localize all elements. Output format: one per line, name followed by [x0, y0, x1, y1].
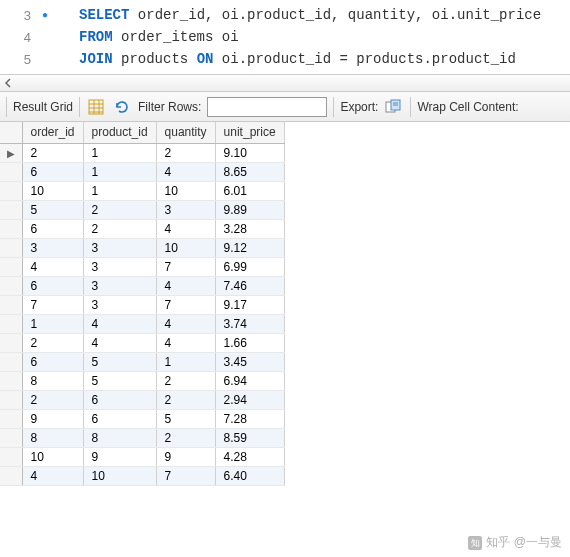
code-text[interactable]: JOIN products ON oi.product_id = product…: [55, 51, 516, 67]
cell[interactable]: 4: [22, 466, 83, 485]
row-indicator[interactable]: [0, 352, 22, 371]
row-indicator[interactable]: ▶: [0, 143, 22, 162]
row-indicator[interactable]: [0, 371, 22, 390]
row-indicator[interactable]: [0, 162, 22, 181]
row-indicator[interactable]: [0, 466, 22, 485]
table-row[interactable]: 41076.40: [0, 466, 284, 485]
cell[interactable]: 4: [83, 314, 156, 333]
cell[interactable]: 5: [83, 352, 156, 371]
cell[interactable]: 1.66: [215, 333, 284, 352]
cell[interactable]: 3.45: [215, 352, 284, 371]
column-header[interactable]: product_id: [83, 122, 156, 143]
cell[interactable]: 3: [83, 295, 156, 314]
cell[interactable]: 10: [22, 181, 83, 200]
row-indicator[interactable]: [0, 200, 22, 219]
cell[interactable]: 3: [83, 257, 156, 276]
cell[interactable]: 7: [156, 466, 215, 485]
cell[interactable]: 4.28: [215, 447, 284, 466]
cell[interactable]: 9.89: [215, 200, 284, 219]
cell[interactable]: 6: [83, 409, 156, 428]
sql-editor[interactable]: 3●SELECT order_id, oi.product_id, quanti…: [0, 0, 570, 74]
cell[interactable]: 2: [156, 390, 215, 409]
row-indicator[interactable]: [0, 276, 22, 295]
cell[interactable]: 4: [156, 333, 215, 352]
cell[interactable]: 4: [156, 219, 215, 238]
cell[interactable]: 7: [22, 295, 83, 314]
cell[interactable]: 9.17: [215, 295, 284, 314]
cell[interactable]: 6.94: [215, 371, 284, 390]
row-indicator[interactable]: [0, 409, 22, 428]
table-row[interactable]: ▶2129.10: [0, 143, 284, 162]
cell[interactable]: 8: [22, 371, 83, 390]
row-indicator[interactable]: [0, 447, 22, 466]
table-row[interactable]: 8526.94: [0, 371, 284, 390]
table-row[interactable]: 33109.12: [0, 238, 284, 257]
table-row[interactable]: 4376.99: [0, 257, 284, 276]
refresh-icon[interactable]: [112, 97, 132, 117]
cell[interactable]: 7.46: [215, 276, 284, 295]
cell[interactable]: 4: [156, 162, 215, 181]
cell[interactable]: 8: [22, 428, 83, 447]
cell[interactable]: 4: [83, 333, 156, 352]
cell[interactable]: 2: [156, 143, 215, 162]
cell[interactable]: 9: [83, 447, 156, 466]
table-row[interactable]: 6513.45: [0, 352, 284, 371]
editor-line[interactable]: 3●SELECT order_id, oi.product_id, quanti…: [0, 4, 570, 26]
cell[interactable]: 3: [156, 200, 215, 219]
cell[interactable]: 6.01: [215, 181, 284, 200]
table-row[interactable]: 8828.59: [0, 428, 284, 447]
cell[interactable]: 1: [22, 314, 83, 333]
cell[interactable]: 6: [22, 352, 83, 371]
cell[interactable]: 3: [83, 276, 156, 295]
table-row[interactable]: 1443.74: [0, 314, 284, 333]
cell[interactable]: 2: [83, 219, 156, 238]
cell[interactable]: 6.40: [215, 466, 284, 485]
cell[interactable]: 7: [156, 295, 215, 314]
cell[interactable]: 3: [22, 238, 83, 257]
cell[interactable]: 4: [156, 314, 215, 333]
cell[interactable]: 6: [22, 219, 83, 238]
cell[interactable]: 7: [156, 257, 215, 276]
table-row[interactable]: 2441.66: [0, 333, 284, 352]
row-indicator[interactable]: [0, 257, 22, 276]
table-row[interactable]: 6243.28: [0, 219, 284, 238]
cell[interactable]: 6: [22, 162, 83, 181]
cell[interactable]: 3.74: [215, 314, 284, 333]
column-header[interactable]: quantity: [156, 122, 215, 143]
editor-line[interactable]: 4FROM order_items oi: [0, 26, 570, 48]
cell[interactable]: 4: [156, 276, 215, 295]
cell[interactable]: 10: [83, 466, 156, 485]
cell[interactable]: 3: [83, 238, 156, 257]
cell[interactable]: 1: [83, 162, 156, 181]
cell[interactable]: 1: [156, 352, 215, 371]
table-row[interactable]: 2622.94: [0, 390, 284, 409]
cell[interactable]: 8.59: [215, 428, 284, 447]
cell[interactable]: 2: [22, 390, 83, 409]
cell[interactable]: 10: [156, 181, 215, 200]
cell[interactable]: 8.65: [215, 162, 284, 181]
table-row[interactable]: 6347.46: [0, 276, 284, 295]
row-indicator[interactable]: [0, 181, 22, 200]
cell[interactable]: 9: [156, 447, 215, 466]
cell[interactable]: 2: [156, 428, 215, 447]
editor-line[interactable]: 5JOIN products ON oi.product_id = produc…: [0, 48, 570, 70]
cell[interactable]: 7.28: [215, 409, 284, 428]
cell[interactable]: 2: [83, 200, 156, 219]
cell[interactable]: 2: [156, 371, 215, 390]
cell[interactable]: 10: [22, 447, 83, 466]
table-row[interactable]: 5239.89: [0, 200, 284, 219]
cell[interactable]: 5: [156, 409, 215, 428]
cell[interactable]: 6.99: [215, 257, 284, 276]
table-row[interactable]: 10994.28: [0, 447, 284, 466]
cell[interactable]: 1: [83, 143, 156, 162]
cell[interactable]: 2: [22, 333, 83, 352]
row-indicator[interactable]: [0, 390, 22, 409]
filter-rows-input[interactable]: [207, 97, 327, 117]
cell[interactable]: 9.10: [215, 143, 284, 162]
cell[interactable]: 2.94: [215, 390, 284, 409]
row-indicator[interactable]: [0, 314, 22, 333]
code-text[interactable]: SELECT order_id, oi.product_id, quantity…: [55, 7, 541, 23]
table-row[interactable]: 7379.17: [0, 295, 284, 314]
table-row[interactable]: 9657.28: [0, 409, 284, 428]
row-indicator[interactable]: [0, 333, 22, 352]
